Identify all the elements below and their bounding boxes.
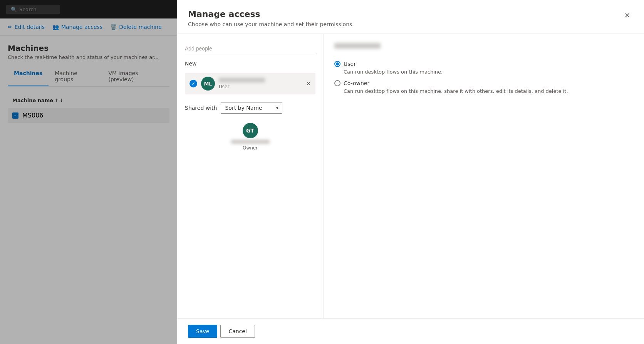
user-role-description: Can run desktop flows on this machine. xyxy=(344,69,633,76)
user-checked-icon: ✓ xyxy=(190,80,197,87)
shared-with-row: Shared with Sort by Name ▾ xyxy=(185,102,315,114)
owner-avatar: GT xyxy=(243,123,258,138)
coowner-role-radio[interactable] xyxy=(334,80,340,86)
remove-user-button[interactable]: ✕ xyxy=(305,79,312,88)
modal-left-pane: New ✓ ML User ✕ Shared with Sort by Name… xyxy=(177,34,324,318)
user-role-option: User Can run desktop flows on this machi… xyxy=(334,61,633,76)
coowner-role-label: Co-owner xyxy=(344,80,369,86)
selected-user-name-blurred xyxy=(334,43,381,49)
new-user-info: User xyxy=(219,78,311,89)
shared-user-item: GT Owner xyxy=(185,120,315,154)
user-role-label: User xyxy=(344,61,356,67)
new-user-avatar: ML xyxy=(201,77,215,91)
owner-name-blurred xyxy=(231,140,270,144)
new-section-label: New xyxy=(185,60,315,67)
add-people-input[interactable] xyxy=(185,43,315,54)
cancel-button[interactable]: Cancel xyxy=(220,325,255,338)
modal-footer: Save Cancel xyxy=(177,318,644,344)
shared-with-label: Shared with xyxy=(185,105,217,111)
modal-body: New ✓ ML User ✕ Shared with Sort by Name… xyxy=(177,34,644,318)
coowner-role-description: Can run desktop flows on this machine, s… xyxy=(344,88,633,95)
coowner-role-option: Co-owner Can run desktop flows on this m… xyxy=(334,80,633,95)
owner-role: Owner xyxy=(243,145,258,151)
modal-subtitle: Choose who can use your machine and set … xyxy=(188,21,354,27)
modal-right-pane: User Can run desktop flows on this machi… xyxy=(324,34,644,318)
modal-overlay: Manage access Choose who can use your ma… xyxy=(0,0,644,344)
new-user-role: User xyxy=(219,84,311,89)
sort-dropdown[interactable]: Sort by Name ▾ xyxy=(221,102,282,114)
user-role-radio[interactable] xyxy=(334,61,340,67)
close-button[interactable]: ✕ xyxy=(621,9,633,22)
role-radio-group: User Can run desktop flows on this machi… xyxy=(334,61,633,95)
modal-header: Manage access Choose who can use your ma… xyxy=(177,0,644,34)
chevron-down-icon: ▾ xyxy=(276,106,278,111)
manage-access-modal: Manage access Choose who can use your ma… xyxy=(177,0,644,344)
sort-dropdown-label: Sort by Name xyxy=(225,105,262,111)
new-user-item[interactable]: ✓ ML User ✕ xyxy=(185,73,315,94)
new-user-name-blurred xyxy=(219,78,265,82)
modal-title: Manage access xyxy=(188,9,354,19)
save-button[interactable]: Save xyxy=(188,325,217,338)
